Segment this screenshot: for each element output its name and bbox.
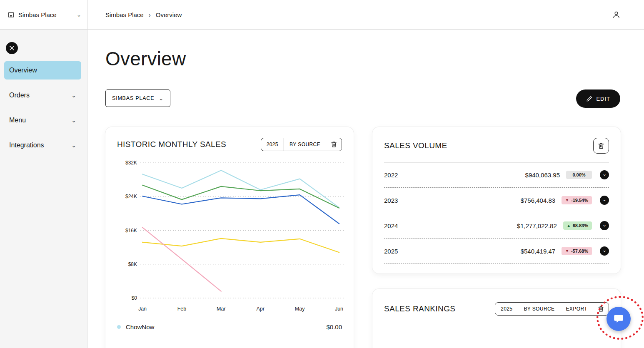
rankings-controls: 2025 BY SOURCE EXPORT: [495, 302, 609, 316]
breadcrumb-parent[interactable]: Simbas Place: [105, 11, 144, 18]
row-expand-button[interactable]: ⌄: [600, 246, 609, 256]
page-title: Overview: [105, 47, 186, 70]
sales-volume-row: 2022 $940,063.95 0.00% ⌄: [384, 162, 609, 188]
chat-icon: [613, 313, 624, 325]
sidebar-item-overview[interactable]: Overview: [4, 61, 81, 80]
brand-name: Simbas Place: [18, 11, 57, 18]
chevron-down-icon: ⌄: [71, 92, 76, 99]
by-source-filter-button[interactable]: BY SOURCE: [518, 303, 560, 315]
year-filter-button[interactable]: 2025: [495, 303, 518, 315]
pencil-icon: [586, 96, 592, 102]
legend-dot: [117, 325, 121, 329]
edit-button-label: EDIT: [596, 96, 610, 102]
workspace-switcher[interactable]: Simbas Place ⌄: [0, 0, 87, 29]
historic-sales-chart: $0$8K$16K$24K$32KJanFebMarAprMayJun: [105, 154, 354, 318]
breadcrumb-separator: ›: [149, 11, 151, 18]
change-badge: 0.00%: [566, 171, 592, 179]
sidebar: Overview Orders ⌄ Menu ⌄ Integrations ⌄: [0, 30, 87, 348]
sales-volume-row: 2024 $1,277,022.82 ▲68.83% ⌄: [384, 213, 609, 239]
sidebar-item-label: Integrations: [9, 142, 44, 149]
row-year: 2023: [384, 197, 398, 204]
legend-item[interactable]: ChowNow $0.00: [105, 318, 354, 331]
location-selector-button[interactable]: SIMBAS PLACE ⌄: [105, 89, 170, 107]
svg-text:Mar: Mar: [217, 306, 226, 312]
row-expand-button[interactable]: ⌄: [600, 170, 609, 179]
sidebar-divider: [87, 0, 87, 348]
breadcrumb-current: Overview: [156, 11, 182, 18]
by-source-label: BY SOURCE: [524, 306, 554, 312]
chart-controls: 2025 BY SOURCE: [261, 138, 342, 151]
sidebar-item-orders[interactable]: Orders ⌄: [4, 86, 81, 104]
svg-text:Jan: Jan: [138, 306, 147, 312]
chevron-down-icon: ⌄: [602, 222, 607, 227]
by-source-label: BY SOURCE: [290, 142, 320, 147]
trash-icon: [598, 142, 604, 149]
card-title: SALES RANKINGS: [384, 304, 455, 313]
chevron-down-icon: ⌄: [602, 172, 607, 176]
chevron-down-icon: ⌄: [159, 95, 164, 102]
chevron-down-icon: ⌄: [71, 142, 76, 149]
sidebar-item-integrations[interactable]: Integrations ⌄: [4, 136, 81, 154]
chevron-down-icon: ⌄: [602, 197, 607, 202]
change-badge: ▼-57.68%: [562, 247, 592, 255]
row-year: 2024: [384, 222, 398, 229]
chevron-down-icon: ⌄: [602, 248, 607, 253]
change-value: -57.68%: [571, 249, 588, 254]
year-filter-button[interactable]: 2025: [261, 138, 284, 151]
row-expand-button[interactable]: ⌄: [600, 221, 609, 230]
card-title: HISTORIC MONTHLY SALES: [117, 140, 226, 149]
store-icon: [7, 11, 15, 18]
export-label: EXPORT: [566, 306, 587, 312]
card-title: SALES VOLUME: [384, 141, 447, 150]
utensils-icon: [6, 42, 18, 54]
historic-monthly-sales-card: HISTORIC MONTHLY SALES 2025 BY SOURCE $0…: [105, 127, 354, 348]
app: Simbas Place ⌄ Simbas Place › Overview O…: [0, 0, 644, 348]
trash-icon: [331, 141, 337, 148]
row-amount: $540,419.47: [521, 248, 555, 255]
export-button[interactable]: EXPORT: [560, 303, 593, 315]
delete-widget-button[interactable]: [593, 138, 609, 154]
breadcrumb: Simbas Place › Overview: [105, 11, 182, 18]
change-badge: ▲68.83%: [563, 221, 592, 230]
svg-text:Jun: Jun: [335, 306, 343, 312]
trend-triangle-icon: ▼: [565, 249, 569, 253]
sales-volume-row: 2025 $540,419.47 ▼-57.68% ⌄: [384, 239, 609, 264]
trend-triangle-icon: ▲: [567, 224, 571, 228]
chevron-down-icon: ⌄: [77, 12, 81, 18]
row-amount: $756,404.83: [521, 197, 555, 204]
year-filter-label: 2025: [501, 306, 512, 312]
svg-text:Feb: Feb: [177, 306, 187, 312]
edit-button[interactable]: EDIT: [576, 89, 620, 108]
row-year: 2022: [384, 172, 398, 179]
sales-volume-row: 2023 $756,404.83 ▼-19.54% ⌄: [384, 188, 609, 213]
delete-widget-button[interactable]: [593, 303, 609, 315]
location-selector-label: SIMBAS PLACE: [112, 95, 154, 101]
svg-text:$0: $0: [132, 295, 137, 301]
sales-volume-card: SALES VOLUME 2022 $940,063.95 0.00% ⌄ 20…: [372, 127, 621, 273]
chevron-down-icon: ⌄: [71, 117, 76, 124]
sidebar-nav: Overview Orders ⌄ Menu ⌄ Integrations ⌄: [4, 61, 81, 161]
sidebar-item-label: Orders: [9, 92, 30, 99]
row-year: 2025: [384, 248, 398, 255]
svg-text:Apr: Apr: [256, 306, 264, 312]
legend-value: $0.00: [326, 323, 342, 331]
svg-text:$16K: $16K: [125, 228, 137, 234]
chat-launcher-button[interactable]: [607, 307, 631, 331]
svg-text:$32K: $32K: [125, 160, 137, 166]
change-badge: ▼-19.54%: [562, 196, 592, 204]
row-amount: $940,063.95: [525, 172, 560, 179]
svg-text:May: May: [295, 306, 305, 312]
year-filter-label: 2025: [267, 142, 278, 147]
user-icon[interactable]: [612, 10, 621, 19]
sales-volume-rows: 2022 $940,063.95 0.00% ⌄ 2023 $756,404.8…: [372, 162, 621, 264]
by-source-filter-button[interactable]: BY SOURCE: [284, 138, 326, 151]
svg-text:$8K: $8K: [128, 261, 137, 267]
trash-icon: [598, 306, 604, 312]
change-value: 0.00%: [572, 172, 585, 177]
row-expand-button[interactable]: ⌄: [600, 196, 609, 205]
top-bar: Simbas Place ⌄ Simbas Place › Overview: [0, 0, 644, 30]
delete-widget-button[interactable]: [326, 138, 342, 151]
sidebar-item-menu[interactable]: Menu ⌄: [4, 111, 81, 129]
svg-text:$24K: $24K: [125, 194, 137, 199]
change-value: -19.54%: [571, 198, 588, 203]
